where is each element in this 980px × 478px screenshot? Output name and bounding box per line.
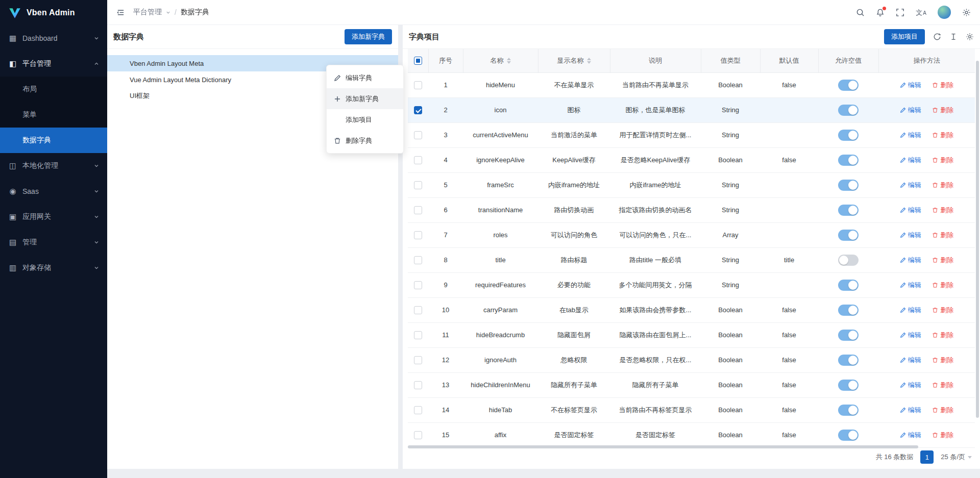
delete-button[interactable]: 删除 — [932, 306, 953, 315]
allow-empty-toggle[interactable] — [838, 80, 859, 91]
add-item-button[interactable]: 添加项目 — [884, 29, 925, 44]
delete-button[interactable]: 删除 — [932, 256, 953, 265]
edit-button[interactable]: 编辑 — [900, 381, 921, 390]
row-checkbox[interactable] — [414, 256, 422, 264]
delete-button[interactable]: 删除 — [932, 406, 953, 415]
table-row[interactable]: 9 requiredFeatures 必要的功能 多个功能间用英文，分隔 Str… — [408, 272, 975, 297]
sidebar-item[interactable]: ▦ Dashboard — [0, 26, 107, 51]
allow-empty-toggle[interactable] — [838, 255, 859, 266]
delete-button[interactable]: 删除 — [932, 281, 953, 290]
table-row[interactable]: 13 hideChildrenInMenu 隐藏所有子菜单 隐藏所有子菜单 Bo… — [408, 372, 975, 397]
sidebar-item[interactable]: ▤ 管理 — [0, 230, 107, 255]
row-checkbox[interactable] — [414, 281, 422, 289]
breadcrumb-parent[interactable]: 平台管理 — [133, 8, 162, 17]
sidebar-item[interactable]: 布局 — [0, 77, 107, 102]
table-row[interactable]: 14 hideTab 不在标签页显示 当前路由不再标签页显示 Boolean f… — [408, 397, 975, 422]
search-icon[interactable] — [856, 8, 865, 17]
allow-empty-toggle[interactable] — [838, 105, 859, 116]
row-checkbox[interactable] — [414, 231, 422, 239]
app-logo[interactable]: Vben Admin — [0, 0, 107, 26]
edit-button[interactable]: 编辑 — [900, 231, 921, 240]
sidebar-item[interactable]: 菜单 — [0, 102, 107, 128]
edit-button[interactable]: 编辑 — [900, 81, 921, 90]
table-row[interactable]: 11 hideBreadcrumb 隐藏面包屑 隐藏该路由在面包屑上... Bo… — [408, 322, 975, 347]
sort-icon[interactable] — [507, 58, 511, 64]
table-row[interactable]: 1 hideMenu 不在菜单显示 当前路由不再菜单显示 Boolean fal… — [408, 72, 975, 97]
delete-button[interactable]: 删除 — [932, 231, 953, 240]
sidebar-item[interactable]: 数据字典 — [0, 128, 107, 153]
delete-button[interactable]: 删除 — [932, 431, 953, 440]
context-menu-item[interactable]: 添加新字典 — [327, 88, 403, 109]
theme-settings-gear-icon[interactable] — [962, 8, 971, 17]
allow-empty-toggle[interactable] — [838, 330, 859, 341]
user-avatar[interactable] — [938, 6, 951, 19]
allow-empty-toggle[interactable] — [838, 430, 859, 441]
delete-button[interactable]: 删除 — [932, 331, 953, 340]
horizontal-scrollbar[interactable] — [408, 445, 918, 448]
allow-empty-toggle[interactable] — [838, 230, 859, 241]
breadcrumb-caret-icon[interactable] — [166, 10, 170, 15]
sidebar-item[interactable]: ◉ Saas — [0, 179, 107, 204]
sidebar-item[interactable]: ◧ 平台管理 — [0, 51, 107, 77]
edit-button[interactable]: 编辑 — [900, 406, 921, 415]
sidebar-fold-icon[interactable] — [116, 8, 125, 17]
edit-button[interactable]: 编辑 — [900, 181, 921, 190]
row-checkbox[interactable] — [414, 181, 422, 189]
table-row[interactable]: 6 transitionName 路由切换动画 指定该路由切换的动画名 Stri… — [408, 197, 975, 222]
delete-button[interactable]: 删除 — [932, 356, 953, 365]
sidebar-item[interactable]: ▣ 应用网关 — [0, 204, 107, 230]
vertical-scrollbar[interactable] — [976, 61, 979, 418]
allow-empty-toggle[interactable] — [838, 130, 859, 141]
table-row[interactable]: 7 roles 可以访问的角色 可以访问的角色，只在... Array 编辑 — [408, 222, 975, 247]
sort-icon[interactable] — [587, 58, 591, 64]
edit-button[interactable]: 编辑 — [900, 431, 921, 440]
translate-icon[interactable]: 文A — [916, 9, 926, 16]
row-checkbox[interactable] — [414, 431, 422, 439]
delete-button[interactable]: 删除 — [932, 206, 953, 215]
table-row[interactable]: 10 carryParam 在tab显示 如果该路由会携带参数... Boole… — [408, 297, 975, 322]
row-checkbox[interactable] — [414, 406, 422, 414]
row-checkbox[interactable] — [414, 131, 422, 139]
context-menu-item[interactable]: 添加项目 — [327, 109, 403, 130]
table-row[interactable]: 5 frameSrc 内嵌iframe的地址 内嵌iframe的地址 Strin… — [408, 172, 975, 197]
table-row[interactable]: 15 affix 是否固定标签 是否固定标签 Boolean false 编辑 — [408, 422, 975, 447]
row-checkbox[interactable] — [414, 206, 422, 214]
edit-button[interactable]: 编辑 — [900, 356, 921, 365]
refresh-icon[interactable] — [933, 33, 941, 41]
edit-button[interactable]: 编辑 — [900, 106, 921, 115]
row-checkbox[interactable] — [414, 381, 422, 389]
allow-empty-toggle[interactable] — [838, 380, 859, 391]
row-checkbox[interactable] — [414, 356, 422, 364]
allow-empty-toggle[interactable] — [838, 155, 859, 166]
fullscreen-icon[interactable] — [896, 8, 904, 17]
edit-button[interactable]: 编辑 — [900, 331, 921, 340]
row-checkbox[interactable] — [414, 306, 422, 314]
table-row[interactable]: 12 ignoreAuth 忽略权限 是否忽略权限，只在权... Boolean… — [408, 347, 975, 372]
table-row[interactable]: 2 icon 图标 图标，也是菜单图标 String 编辑 — [408, 97, 975, 122]
delete-button[interactable]: 删除 — [932, 106, 953, 115]
add-dictionary-button[interactable]: 添加新字典 — [345, 29, 392, 44]
allow-empty-toggle[interactable] — [838, 180, 859, 191]
delete-button[interactable]: 删除 — [932, 156, 953, 165]
select-all-checkbox[interactable] — [414, 57, 422, 65]
column-settings-gear-icon[interactable] — [966, 33, 974, 41]
edit-button[interactable]: 编辑 — [900, 156, 921, 165]
edit-button[interactable]: 编辑 — [900, 206, 921, 215]
context-menu-item[interactable]: 删除字典 — [327, 130, 403, 151]
delete-button[interactable]: 删除 — [932, 81, 953, 90]
sidebar-item[interactable]: ▥ 对象存储 — [0, 255, 107, 281]
table-row[interactable]: 8 title 路由标题 路由title 一般必填 String title 编… — [408, 247, 975, 272]
allow-empty-toggle[interactable] — [838, 355, 859, 366]
row-height-icon[interactable] — [949, 33, 958, 41]
delete-button[interactable]: 删除 — [932, 181, 953, 190]
delete-button[interactable]: 删除 — [932, 381, 953, 390]
allow-empty-toggle[interactable] — [838, 305, 859, 316]
page-number-button[interactable]: 1 — [920, 450, 934, 464]
edit-button[interactable]: 编辑 — [900, 281, 921, 290]
context-menu-item[interactable]: 编辑字典 — [327, 67, 403, 88]
allow-empty-toggle[interactable] — [838, 205, 859, 216]
delete-button[interactable]: 删除 — [932, 131, 953, 140]
allow-empty-toggle[interactable] — [838, 280, 859, 291]
allow-empty-toggle[interactable] — [838, 405, 859, 416]
table-row[interactable]: 4 ignoreKeepAlive KeepAlive缓存 是否忽略KeepAl… — [408, 147, 975, 172]
